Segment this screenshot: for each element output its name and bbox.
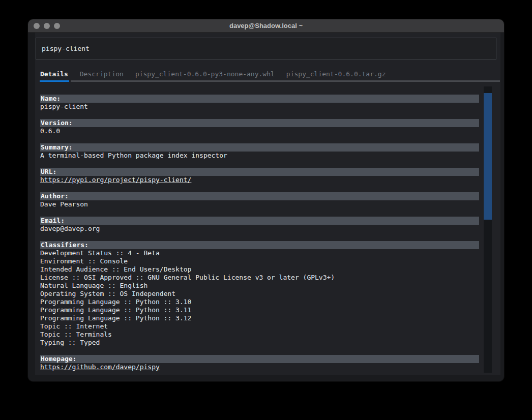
tab-description[interactable]: Description [80, 68, 124, 80]
minimize-window-button[interactable] [44, 23, 50, 29]
package-search-input[interactable]: pispy-client [36, 38, 496, 59]
field-value-line: License :: OSI Approved :: GNU General P… [40, 274, 479, 282]
tab-details[interactable]: Details [40, 68, 68, 80]
field-value-line: A terminal-based Python package index in… [40, 152, 479, 160]
tab-divider-line [71, 80, 500, 82]
close-window-button[interactable] [34, 23, 40, 29]
field-spacer [40, 111, 479, 119]
field-label-version: Version: [40, 119, 479, 127]
search-input-value: pispy-client [42, 45, 90, 52]
field-value-line: Typing :: Typed [40, 339, 479, 347]
vertical-scrollbar[interactable] [484, 86, 492, 373]
field-value-line: Operating System :: OS Independent [40, 290, 479, 298]
field-label-url: URL: [40, 168, 479, 176]
scrollbar-thumb[interactable] [484, 93, 492, 220]
hyperlink[interactable]: https://github.com/davep/pispy [40, 363, 160, 371]
traffic-lights [34, 23, 60, 29]
field-value-line: Intended Audience :: End Users/Desktop [40, 265, 479, 274]
zoom-window-button[interactable] [54, 23, 60, 29]
field-value-line: https://pypi.org/project/pispy-client/ [40, 176, 479, 184]
field-value-line: Programming Language :: Python :: 3.11 [40, 306, 479, 314]
active-tab-indicator [40, 80, 69, 82]
tab-pispy-client-0-6-0-py3-none-any-whl[interactable]: pispy_client-0.6.0-py3-none-any.whl [135, 68, 275, 80]
field-value-line: Environment :: Console [40, 257, 479, 265]
field-label-email: Email: [40, 217, 479, 225]
field-label-summary: Summary: [40, 143, 479, 152]
field-label-name: Name: [40, 95, 479, 103]
field-value-line: davep@davep.org [40, 225, 479, 233]
package-details-panel[interactable]: Name:pispy-clientVersion:0.6.0Summary:A … [40, 86, 479, 373]
field-spacer [40, 135, 479, 143]
terminal-window: davep@Shadow.local ~ pispy-client Detail… [28, 19, 504, 381]
field-value-line: Programming Language :: Python :: 3.12 [40, 314, 479, 322]
field-spacer [40, 371, 479, 373]
tab-underline [40, 80, 500, 82]
field-value-line: Topic :: Internet [40, 322, 479, 331]
field-spacer [40, 233, 479, 241]
field-value-line: 0.6.0 [40, 127, 479, 135]
field-value-line: Topic :: Terminals [40, 331, 479, 339]
field-spacer [40, 347, 479, 355]
field-value-line: Natural Language :: English [40, 282, 479, 290]
hyperlink[interactable]: https://pypi.org/project/pispy-client/ [40, 176, 191, 184]
field-spacer [40, 184, 479, 192]
tab-bar: DetailsDescriptionpispy_client-0.6.0-py3… [40, 68, 386, 80]
field-value-line: Development Status :: 4 - Beta [40, 249, 479, 257]
pispy-app-surface: pispy-client DetailsDescriptionpispy_cli… [35, 33, 500, 375]
field-value-line: Dave Pearson [40, 200, 479, 208]
field-spacer [40, 208, 479, 217]
field-spacer [40, 160, 479, 168]
titlebar[interactable]: davep@Shadow.local ~ [28, 19, 504, 33]
field-label-classifiers: Classifiers: [40, 241, 479, 249]
field-label-homepage: Homepage: [40, 355, 479, 363]
field-label-author: Author: [40, 192, 479, 200]
tab-pispy-client-0-6-0-tar-gz[interactable]: pispy_client-0.6.0.tar.gz [286, 68, 386, 80]
field-value-line: https://github.com/davep/pispy [40, 363, 479, 371]
field-value-line: Programming Language :: Python :: 3.10 [40, 298, 479, 306]
window-title: davep@Shadow.local ~ [229, 22, 303, 29]
field-value-line: pispy-client [40, 103, 479, 111]
